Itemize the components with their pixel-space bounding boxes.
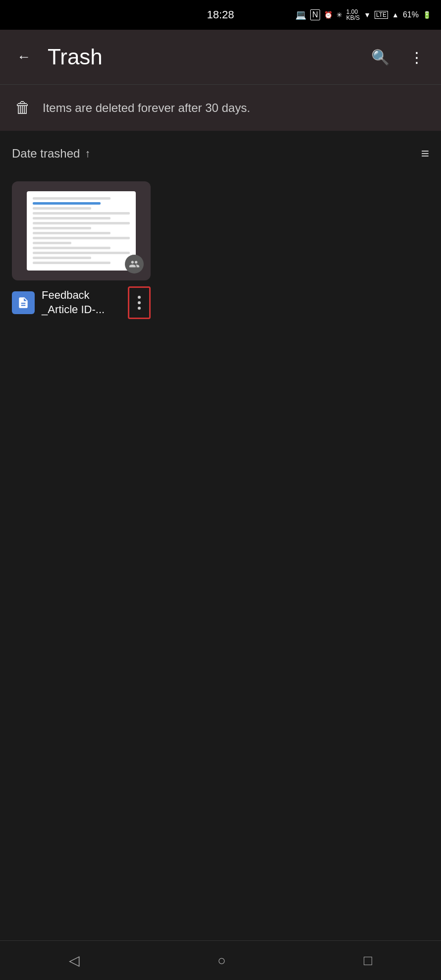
page-title: Trash bbox=[48, 45, 354, 69]
preview-line bbox=[33, 212, 130, 215]
dot bbox=[138, 301, 141, 304]
app-bar: ← Trash 🔍 ⋮ bbox=[0, 30, 441, 84]
sort-label[interactable]: Date trashed ↑ bbox=[12, 147, 90, 161]
battery-icon: 🔋 bbox=[423, 11, 431, 19]
info-banner: 🗑 Items are deleted forever after 30 day… bbox=[0, 84, 441, 131]
file-name: Feedback_Article ID-... bbox=[42, 288, 121, 317]
battery-percent: 61% bbox=[403, 10, 419, 19]
more-options-button[interactable]: ⋮ bbox=[404, 44, 429, 71]
bottom-nav: ◁ ○ □ bbox=[0, 940, 441, 980]
alarm-icon: ⏰ bbox=[324, 11, 332, 19]
app-bar-actions: 🔍 ⋮ bbox=[366, 44, 429, 71]
wifi-icon: ▼ bbox=[364, 11, 371, 19]
back-nav-button[interactable]: ◁ bbox=[54, 945, 95, 976]
search-button[interactable]: 🔍 bbox=[366, 44, 394, 71]
signal-icon: ▲ bbox=[392, 11, 399, 19]
recents-nav-button[interactable]: □ bbox=[349, 946, 387, 976]
bluetooth-icon: ✳ bbox=[336, 11, 342, 19]
trash-info-icon: 🗑 bbox=[15, 99, 31, 117]
preview-line bbox=[33, 227, 91, 229]
file-type-icon bbox=[12, 291, 35, 314]
dot bbox=[138, 307, 141, 310]
file-preview bbox=[27, 191, 136, 271]
status-icons: 💻 N ⏰ ✳ 1.00KB/S ▼ LTE ▲ 61% 🔋 bbox=[295, 9, 431, 21]
status-bar: 18:28 💻 N ⏰ ✳ 1.00KB/S ▼ LTE ▲ 61% 🔋 bbox=[0, 0, 441, 30]
preview-line bbox=[33, 262, 110, 264]
network-speed: 1.00KB/S bbox=[346, 9, 360, 21]
status-time: 18:28 bbox=[207, 8, 234, 21]
preview-line-blue bbox=[33, 202, 101, 205]
preview-line bbox=[33, 232, 110, 234]
preview-line bbox=[33, 247, 110, 249]
file-thumbnail bbox=[12, 181, 151, 280]
notification-icon: N bbox=[310, 9, 320, 20]
info-message: Items are deleted forever after 30 days. bbox=[43, 101, 250, 115]
sort-label-text: Date trashed bbox=[12, 147, 80, 161]
dot bbox=[138, 296, 141, 299]
list-item[interactable]: Feedback_Article ID-... bbox=[12, 181, 151, 319]
home-nav-button[interactable]: ○ bbox=[203, 946, 241, 976]
back-button[interactable]: ← bbox=[12, 44, 36, 70]
preview-line bbox=[33, 217, 110, 219]
preview-line bbox=[33, 252, 130, 254]
preview-line bbox=[33, 237, 130, 239]
sort-arrow-icon: ↑ bbox=[85, 147, 90, 160]
file-grid: Feedback_Article ID-... bbox=[0, 176, 441, 331]
preview-line bbox=[33, 257, 91, 259]
shared-badge bbox=[125, 255, 144, 273]
file-more-button[interactable] bbox=[128, 286, 151, 319]
sort-bar: Date trashed ↑ ≡ bbox=[0, 131, 441, 176]
teams-icon: 💻 bbox=[295, 9, 306, 20]
main-content: Date trashed ↑ ≡ bbox=[0, 131, 441, 371]
file-info: Feedback_Article ID-... bbox=[12, 280, 151, 319]
preview-line bbox=[33, 222, 130, 224]
preview-line bbox=[33, 197, 110, 200]
view-toggle-button[interactable]: ≡ bbox=[421, 146, 429, 162]
more-dots-icon bbox=[138, 296, 141, 310]
preview-line bbox=[33, 207, 91, 210]
lte-icon: LTE bbox=[375, 11, 388, 19]
preview-line bbox=[33, 242, 71, 244]
